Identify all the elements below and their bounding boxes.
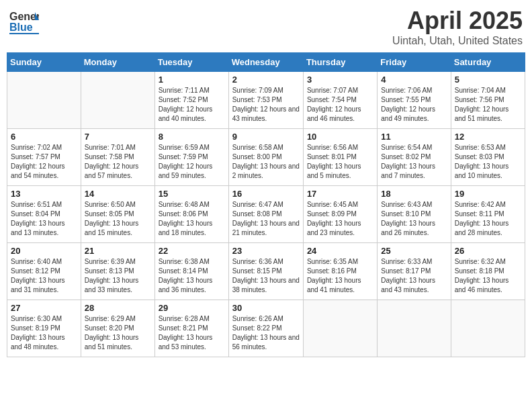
- day-info: Sunrise: 7:01 AM Sunset: 7:58 PM Dayligh…: [85, 143, 151, 181]
- logo-icon: General Blue: [9, 7, 39, 36]
- weekday-tuesday: Tuesday: [154, 53, 228, 72]
- calendar-cell: 7Sunrise: 7:01 AM Sunset: 7:58 PM Daylig…: [81, 129, 154, 186]
- day-number: 6: [11, 132, 77, 142]
- day-number: 16: [232, 189, 300, 199]
- calendar-cell: 26Sunrise: 6:32 AM Sunset: 8:18 PM Dayli…: [451, 243, 525, 300]
- day-number: 11: [381, 132, 447, 142]
- day-number: 29: [159, 303, 225, 313]
- day-number: 13: [11, 189, 77, 199]
- calendar-cell: 27Sunrise: 6:30 AM Sunset: 8:19 PM Dayli…: [7, 300, 81, 357]
- day-info: Sunrise: 6:58 AM Sunset: 8:00 PM Dayligh…: [232, 143, 300, 181]
- day-info: Sunrise: 6:33 AM Sunset: 8:17 PM Dayligh…: [381, 257, 447, 295]
- calendar-cell: 24Sunrise: 6:35 AM Sunset: 8:16 PM Dayli…: [303, 243, 377, 300]
- day-info: Sunrise: 6:30 AM Sunset: 8:19 PM Dayligh…: [11, 314, 77, 352]
- svg-text:Blue: Blue: [9, 21, 33, 33]
- weekday-saturday: Saturday: [451, 53, 525, 72]
- day-number: 7: [85, 132, 151, 142]
- svg-text:General: General: [9, 11, 39, 22]
- weekday-sunday: Sunday: [7, 53, 81, 72]
- day-info: Sunrise: 7:07 AM Sunset: 7:54 PM Dayligh…: [307, 86, 373, 124]
- day-number: 19: [455, 189, 521, 199]
- calendar-cell: 20Sunrise: 6:40 AM Sunset: 8:12 PM Dayli…: [7, 243, 81, 300]
- day-info: Sunrise: 6:45 AM Sunset: 8:09 PM Dayligh…: [307, 200, 373, 238]
- calendar-table: SundayMondayTuesdayWednesdayThursdayFrid…: [7, 52, 525, 357]
- day-info: Sunrise: 7:06 AM Sunset: 7:55 PM Dayligh…: [381, 86, 447, 124]
- calendar-cell: [303, 300, 377, 357]
- day-info: Sunrise: 6:38 AM Sunset: 8:14 PM Dayligh…: [159, 257, 225, 295]
- day-number: 14: [85, 189, 151, 199]
- day-info: Sunrise: 6:48 AM Sunset: 8:06 PM Dayligh…: [159, 200, 225, 238]
- day-number: 23: [232, 246, 300, 256]
- day-info: Sunrise: 6:36 AM Sunset: 8:15 PM Dayligh…: [232, 257, 300, 295]
- day-info: Sunrise: 6:51 AM Sunset: 8:04 PM Dayligh…: [11, 200, 77, 238]
- calendar-cell: [7, 72, 81, 129]
- week-row-2: 6Sunrise: 7:02 AM Sunset: 7:57 PM Daylig…: [7, 129, 525, 186]
- calendar-cell: 23Sunrise: 6:36 AM Sunset: 8:15 PM Dayli…: [228, 243, 303, 300]
- day-number: 24: [307, 246, 373, 256]
- day-info: Sunrise: 6:28 AM Sunset: 8:21 PM Dayligh…: [159, 314, 225, 352]
- calendar-cell: [81, 72, 154, 129]
- weekday-thursday: Thursday: [303, 53, 377, 72]
- week-row-5: 27Sunrise: 6:30 AM Sunset: 8:19 PM Dayli…: [7, 300, 525, 357]
- calendar-cell: 17Sunrise: 6:45 AM Sunset: 8:09 PM Dayli…: [303, 186, 377, 243]
- day-info: Sunrise: 6:50 AM Sunset: 8:05 PM Dayligh…: [85, 200, 151, 238]
- calendar-cell: 5Sunrise: 7:04 AM Sunset: 7:56 PM Daylig…: [451, 72, 525, 129]
- week-row-4: 20Sunrise: 6:40 AM Sunset: 8:12 PM Dayli…: [7, 243, 525, 300]
- day-number: 17: [307, 189, 373, 199]
- calendar-cell: 6Sunrise: 7:02 AM Sunset: 7:57 PM Daylig…: [7, 129, 81, 186]
- logo: General Blue: [9, 7, 39, 36]
- day-number: 26: [455, 246, 521, 256]
- day-info: Sunrise: 6:53 AM Sunset: 8:03 PM Dayligh…: [455, 143, 521, 181]
- day-info: Sunrise: 6:32 AM Sunset: 8:18 PM Dayligh…: [455, 257, 521, 295]
- day-number: 20: [11, 246, 77, 256]
- day-info: Sunrise: 6:29 AM Sunset: 8:20 PM Dayligh…: [85, 314, 151, 352]
- page-header: General Blue April 2025 Uintah, Utah, Un…: [7, 7, 525, 47]
- day-number: 9: [232, 132, 300, 142]
- day-number: 30: [232, 303, 300, 313]
- calendar-cell: 3Sunrise: 7:07 AM Sunset: 7:54 PM Daylig…: [303, 72, 377, 129]
- weekday-friday: Friday: [378, 53, 451, 72]
- calendar-body: 1Sunrise: 7:11 AM Sunset: 7:52 PM Daylig…: [7, 72, 525, 357]
- calendar-cell: [451, 300, 525, 357]
- day-info: Sunrise: 6:26 AM Sunset: 8:22 PM Dayligh…: [232, 314, 300, 352]
- calendar-cell: 1Sunrise: 7:11 AM Sunset: 7:52 PM Daylig…: [154, 72, 228, 129]
- calendar-cell: 2Sunrise: 7:09 AM Sunset: 7:53 PM Daylig…: [228, 72, 303, 129]
- day-number: 27: [11, 303, 77, 313]
- calendar-cell: 4Sunrise: 7:06 AM Sunset: 7:55 PM Daylig…: [378, 72, 451, 129]
- title-block: April 2025 Uintah, Utah, United States: [392, 7, 523, 47]
- calendar-cell: 21Sunrise: 6:39 AM Sunset: 8:13 PM Dayli…: [81, 243, 154, 300]
- day-info: Sunrise: 7:02 AM Sunset: 7:57 PM Dayligh…: [11, 143, 77, 181]
- calendar-cell: 18Sunrise: 6:43 AM Sunset: 8:10 PM Dayli…: [378, 186, 451, 243]
- day-info: Sunrise: 6:54 AM Sunset: 8:02 PM Dayligh…: [381, 143, 447, 181]
- day-number: 1: [159, 75, 225, 85]
- calendar-cell: 30Sunrise: 6:26 AM Sunset: 8:22 PM Dayli…: [228, 300, 303, 357]
- day-number: 22: [159, 246, 225, 256]
- day-number: 4: [381, 75, 447, 85]
- day-info: Sunrise: 7:09 AM Sunset: 7:53 PM Dayligh…: [232, 86, 300, 124]
- day-info: Sunrise: 6:35 AM Sunset: 8:16 PM Dayligh…: [307, 257, 373, 295]
- weekday-wednesday: Wednesday: [228, 53, 303, 72]
- day-number: 5: [455, 75, 521, 85]
- day-number: 21: [85, 246, 151, 256]
- day-info: Sunrise: 6:39 AM Sunset: 8:13 PM Dayligh…: [85, 257, 151, 295]
- week-row-1: 1Sunrise: 7:11 AM Sunset: 7:52 PM Daylig…: [7, 72, 525, 129]
- day-info: Sunrise: 6:40 AM Sunset: 8:12 PM Dayligh…: [11, 257, 77, 295]
- day-number: 12: [455, 132, 521, 142]
- day-number: 8: [159, 132, 225, 142]
- calendar-cell: 22Sunrise: 6:38 AM Sunset: 8:14 PM Dayli…: [154, 243, 228, 300]
- day-number: 3: [307, 75, 373, 85]
- day-info: Sunrise: 7:11 AM Sunset: 7:52 PM Dayligh…: [159, 86, 225, 124]
- week-row-3: 13Sunrise: 6:51 AM Sunset: 8:04 PM Dayli…: [7, 186, 525, 243]
- calendar-location: Uintah, Utah, United States: [392, 35, 523, 47]
- calendar-cell: 19Sunrise: 6:42 AM Sunset: 8:11 PM Dayli…: [451, 186, 525, 243]
- day-info: Sunrise: 6:47 AM Sunset: 8:08 PM Dayligh…: [232, 200, 300, 238]
- calendar-cell: 25Sunrise: 6:33 AM Sunset: 8:17 PM Dayli…: [378, 243, 451, 300]
- day-info: Sunrise: 6:42 AM Sunset: 8:11 PM Dayligh…: [455, 200, 521, 238]
- day-number: 28: [85, 303, 151, 313]
- day-number: 2: [232, 75, 300, 85]
- day-info: Sunrise: 7:04 AM Sunset: 7:56 PM Dayligh…: [455, 86, 521, 124]
- day-number: 10: [307, 132, 373, 142]
- weekday-header-row: SundayMondayTuesdayWednesdayThursdayFrid…: [7, 53, 525, 72]
- day-number: 25: [381, 246, 447, 256]
- calendar-cell: 14Sunrise: 6:50 AM Sunset: 8:05 PM Dayli…: [81, 186, 154, 243]
